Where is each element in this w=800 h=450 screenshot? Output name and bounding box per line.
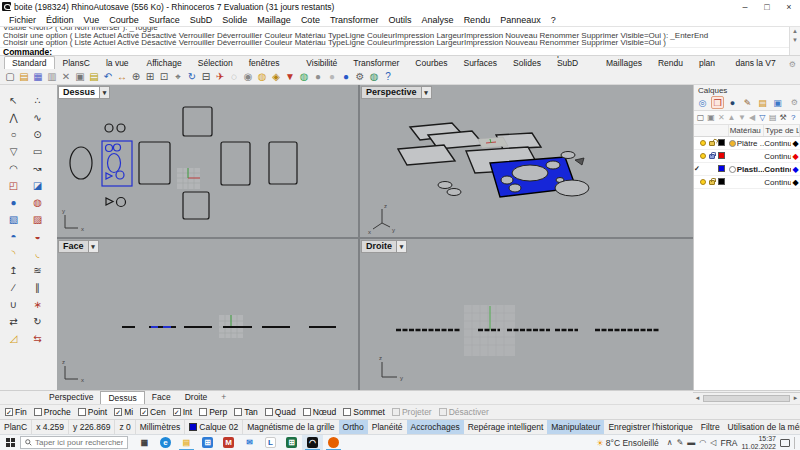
panel-tab-materials-icon[interactable]: ✎	[741, 96, 754, 109]
match-layer-icon[interactable]: ▤	[768, 112, 777, 124]
arc-icon[interactable]: ◠	[7, 162, 20, 175]
select-icon[interactable]: ↖	[7, 94, 20, 107]
help-icon[interactable]: ?	[381, 70, 395, 84]
toolbar-tab-rendu[interactable]: Rendu	[650, 56, 691, 69]
viewport-face-title[interactable]: Face ▾	[58, 240, 99, 253]
menu-transformer[interactable]: Transformer	[325, 15, 384, 25]
layer-linetype[interactable]: Continu	[764, 178, 791, 187]
layer-linetype[interactable]: Continu	[764, 139, 791, 148]
layer-row-2[interactable]: Continu◆	[694, 150, 800, 163]
panel-tab-display-icon[interactable]: ●	[726, 96, 739, 109]
face-canvas[interactable]: z x	[57, 239, 358, 390]
osnap-projeter[interactable]: Projeter	[392, 407, 432, 417]
status-x-4-259[interactable]: x 4.259	[32, 420, 69, 434]
viewport-droite-title[interactable]: Droite ▾	[361, 240, 407, 253]
status-y-226-869[interactable]: y 226.869	[69, 420, 115, 434]
viewport-droite[interactable]: Droite ▾	[360, 239, 693, 390]
search-input[interactable]	[35, 438, 123, 447]
chamfer-icon[interactable]: ◟	[31, 247, 44, 260]
osnap-checkbox[interactable]	[199, 408, 207, 416]
osnap-checkbox[interactable]	[392, 408, 400, 416]
status-plan-it[interactable]: Planéité	[368, 420, 407, 434]
spreadsheet-icon[interactable]: ⊞	[281, 435, 302, 450]
zoom-dynamic-icon[interactable]: ⊕	[129, 70, 143, 84]
toolbar-tab-surfaces[interactable]: Surfaces	[455, 56, 505, 69]
scroll-up-icon[interactable]: ▲	[790, 27, 800, 36]
taskbar-search[interactable]	[20, 436, 128, 449]
surface-corner-icon[interactable]: ◰	[7, 179, 20, 192]
start-button[interactable]	[0, 435, 20, 450]
cut-icon[interactable]: ✕	[59, 70, 73, 84]
earth-icon[interactable]: ◍	[367, 70, 381, 84]
point-tools-icon[interactable]: ∴	[31, 94, 44, 107]
menu-subd[interactable]: SubD	[185, 15, 218, 25]
new-file-icon[interactable]: ▢	[3, 70, 17, 84]
mirror-icon[interactable]: ⇆	[31, 332, 44, 345]
osnap-checkbox[interactable]	[34, 408, 42, 416]
toolbar-tab-solides[interactable]: Solides	[505, 56, 549, 69]
status-accrochages[interactable]: Accrochages	[407, 420, 464, 434]
layer-lock-icon[interactable]	[709, 178, 718, 187]
layer-lock-icon[interactable]	[709, 152, 718, 161]
zoom-selected-icon[interactable]: ⊡	[157, 70, 171, 84]
viewport-dessus[interactable]: Dessus ▾	[57, 85, 358, 237]
hidden-icons-chevron-icon[interactable]: ∧	[667, 438, 673, 447]
volume-icon[interactable]: ◁	[710, 438, 716, 447]
rendered-viewport-icon[interactable]: ●	[339, 70, 353, 84]
toolbar-tab-maillages[interactable]: Maillages	[598, 56, 650, 69]
layer-linetype[interactable]: Continu	[764, 165, 791, 174]
copy-icon[interactable]: ▣	[73, 70, 87, 84]
menu-solide[interactable]: Solide	[217, 15, 252, 25]
undo-view-change-icon[interactable]: ✈	[213, 70, 227, 84]
layer-lock-icon[interactable]	[709, 139, 718, 148]
toolbar-tab-courbes[interactable]: Courbes	[407, 56, 455, 69]
osnap-quad[interactable]: Quad	[265, 407, 296, 417]
osnap-checkbox[interactable]: ✓	[173, 408, 181, 416]
viewport-tab-new[interactable]: +	[214, 391, 233, 404]
close-button[interactable]: ×	[778, 2, 800, 12]
split-icon[interactable]: ∥	[31, 281, 44, 294]
menu-surface[interactable]: Surface	[144, 15, 185, 25]
network-icon[interactable]: ◠	[699, 438, 706, 447]
task-view-icon[interactable]: ▦	[134, 435, 155, 450]
file-explorer-icon[interactable]: ▤	[176, 435, 197, 450]
osnap-checkbox[interactable]	[439, 408, 447, 416]
osnap-int[interactable]: ✓Int	[173, 407, 192, 417]
boolean-union-icon[interactable]: ◓	[7, 230, 20, 243]
viewport-tab-perspective[interactable]: Perspective	[42, 391, 100, 404]
curve-handles-icon[interactable]: ↝	[31, 162, 44, 175]
viewport-tab-droite[interactable]: Droite	[178, 391, 215, 404]
lock-objects-icon[interactable]: ◈	[269, 70, 283, 84]
status-planc[interactable]: PlanC	[0, 420, 32, 434]
rectangle-icon[interactable]: ▭	[31, 145, 44, 158]
trim-icon[interactable]: ∕	[7, 281, 20, 294]
menu-maillage[interactable]: Maillage	[252, 15, 296, 25]
libreoffice-icon[interactable]: L	[260, 435, 281, 450]
osnap-tan[interactable]: Tan	[234, 407, 258, 417]
panel-tab-libraries-icon[interactable]: ▤	[756, 96, 769, 109]
menu-analyse[interactable]: Analyse	[417, 15, 459, 25]
menu-courbe[interactable]: Courbe	[104, 15, 144, 25]
layer-visibility-bulb-icon[interactable]	[700, 139, 709, 148]
mail-icon[interactable]: ✉	[239, 435, 260, 450]
undo-icon[interactable]: ↶	[101, 70, 115, 84]
filter-icon[interactable]: ▽	[758, 112, 767, 124]
pen-input-icon[interactable]: ✎	[677, 438, 684, 447]
osnap-checkbox[interactable]	[343, 408, 351, 416]
viewport-layout-icon[interactable]: ⊟	[199, 70, 213, 84]
minimize-button[interactable]: –	[734, 2, 756, 12]
collapse-icon[interactable]: ◀	[747, 112, 756, 124]
new-layer-icon[interactable]: ▢	[696, 112, 705, 124]
perspective-canvas[interactable]: z x y	[360, 85, 693, 237]
fillet-icon[interactable]: ◝	[7, 247, 20, 260]
save-file-icon[interactable]: ▦	[31, 70, 45, 84]
viewport-menu-icon[interactable]: ▾	[397, 240, 407, 253]
osnap-checkbox[interactable]	[234, 408, 242, 416]
status-filtre[interactable]: Filtre	[697, 420, 724, 434]
rotate-view-icon[interactable]: ↻	[185, 70, 199, 84]
status-millim-tres[interactable]: Millimètres	[136, 420, 186, 434]
scale-icon[interactable]: ◿	[7, 332, 20, 345]
move-layer-down-icon[interactable]: ▼	[737, 112, 746, 124]
language-indicator[interactable]: FRA	[720, 438, 737, 448]
join-icon[interactable]: ∪	[7, 298, 20, 311]
